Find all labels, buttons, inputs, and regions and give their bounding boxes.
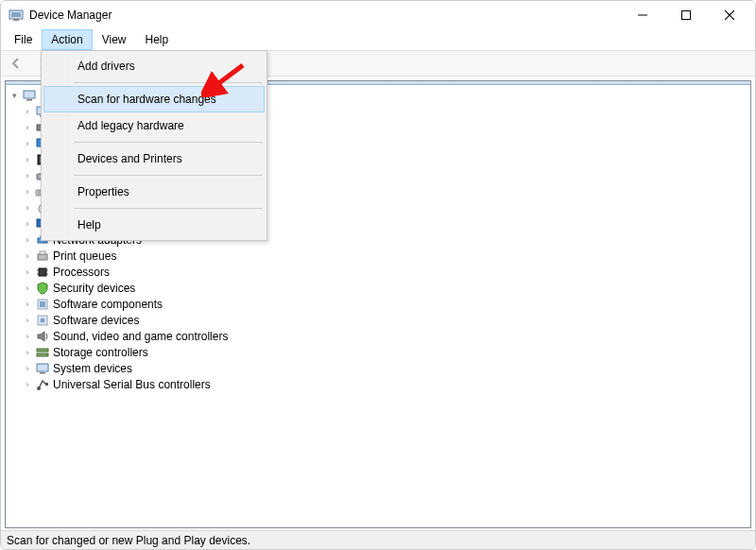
category-label: Security devices (53, 282, 135, 295)
category-icon (35, 265, 50, 280)
titlebar: Device Manager (1, 1, 755, 29)
dropdown-separator (74, 175, 263, 176)
dropdown-separator (74, 208, 263, 209)
dropdown-separator (74, 142, 263, 143)
category-label: Sound, video and game controllers (53, 330, 228, 343)
category-label: Print queues (53, 249, 116, 263)
expand-icon[interactable]: › (21, 249, 34, 263)
expand-icon[interactable]: › (21, 137, 34, 150)
statusbar: Scan for changed or new Plug and Play de… (1, 530, 755, 549)
expand-icon[interactable]: › (21, 121, 34, 134)
menu-help[interactable]: Help (136, 29, 179, 50)
maximize-button[interactable] (664, 1, 708, 29)
tree-category[interactable]: ›Software components (8, 296, 750, 312)
svg-rect-2 (13, 19, 19, 21)
menu-file[interactable]: File (5, 29, 42, 50)
svg-rect-42 (37, 353, 48, 356)
expand-icon[interactable]: › (21, 282, 34, 295)
computer-icon (22, 88, 37, 103)
svg-rect-46 (45, 383, 48, 386)
expand-icon[interactable]: › (21, 362, 34, 375)
expand-icon[interactable]: › (21, 217, 34, 231)
category-label: Software components (53, 298, 163, 311)
category-icon (35, 249, 50, 264)
expand-icon[interactable]: › (21, 314, 34, 327)
svg-rect-38 (40, 301, 45, 307)
close-button[interactable] (708, 1, 751, 29)
menu-add-legacy[interactable]: Add legacy hardware (43, 112, 265, 139)
svg-rect-31 (40, 251, 45, 254)
back-button[interactable] (5, 52, 27, 75)
svg-rect-30 (38, 254, 47, 260)
menu-devices-printers[interactable]: Devices and Printers (43, 146, 265, 172)
svg-rect-9 (26, 99, 32, 101)
svg-rect-1 (11, 12, 21, 17)
svg-point-40 (41, 318, 45, 322)
device-manager-icon (9, 8, 24, 23)
category-icon (35, 313, 50, 328)
expand-icon[interactable]: › (21, 169, 34, 182)
status-text: Scan for changed or new Plug and Play de… (7, 534, 250, 547)
window-title: Device Manager (29, 9, 112, 22)
category-label: Universal Serial Bus controllers (53, 378, 211, 391)
category-icon (35, 377, 50, 392)
svg-rect-4 (682, 11, 691, 20)
menu-view[interactable]: View (93, 29, 136, 50)
category-icon (35, 297, 50, 312)
minimize-button[interactable] (621, 1, 664, 29)
expand-icon[interactable]: › (21, 378, 34, 391)
expand-icon[interactable]: › (21, 201, 34, 215)
tree-category[interactable]: ›Sound, video and game controllers (8, 328, 750, 344)
category-label: Processors (53, 266, 110, 279)
expand-icon[interactable]: › (21, 185, 34, 198)
category-label: Software devices (53, 314, 139, 327)
expand-icon[interactable]: › (21, 266, 34, 279)
category-icon (35, 361, 50, 376)
collapse-icon[interactable]: ▾ (8, 89, 21, 102)
menu-action[interactable]: Action (42, 29, 92, 50)
category-icon (35, 345, 50, 360)
svg-rect-43 (37, 364, 48, 371)
expand-icon[interactable]: › (21, 233, 34, 247)
menu-add-drivers[interactable]: Add drivers (43, 53, 265, 79)
tree-category[interactable]: ›Universal Serial Bus controllers (8, 376, 750, 392)
expand-icon[interactable]: › (21, 298, 34, 311)
category-icon (35, 329, 50, 344)
menu-properties[interactable]: Properties (43, 179, 265, 205)
category-label: Storage controllers (53, 346, 148, 359)
category-label: System devices (53, 362, 132, 375)
dropdown-separator (74, 82, 263, 83)
svg-rect-44 (40, 372, 45, 374)
menu-scan-hardware[interactable]: Scan for hardware changes (43, 86, 265, 112)
action-dropdown: Add drivers Scan for hardware changes Ad… (41, 50, 267, 241)
svg-rect-32 (39, 268, 46, 276)
expand-icon[interactable]: › (21, 330, 34, 343)
tree-category[interactable]: ›Storage controllers (8, 344, 750, 360)
tree-category[interactable]: ›System devices (8, 360, 750, 376)
category-icon (35, 281, 50, 296)
menubar: File Action View Help (1, 29, 755, 50)
tree-category[interactable]: ›Processors (8, 264, 750, 280)
tree-category[interactable]: ›Print queues (8, 248, 750, 264)
svg-rect-8 (24, 91, 35, 98)
tree-category[interactable]: ›Security devices (8, 280, 750, 296)
expand-icon[interactable]: › (21, 105, 34, 118)
menu-help-item[interactable]: Help (43, 212, 265, 238)
expand-icon[interactable]: › (21, 346, 34, 359)
svg-rect-41 (37, 349, 48, 352)
window-controls (621, 1, 751, 29)
tree-category[interactable]: ›Software devices (8, 312, 750, 328)
expand-icon[interactable]: › (21, 153, 34, 166)
